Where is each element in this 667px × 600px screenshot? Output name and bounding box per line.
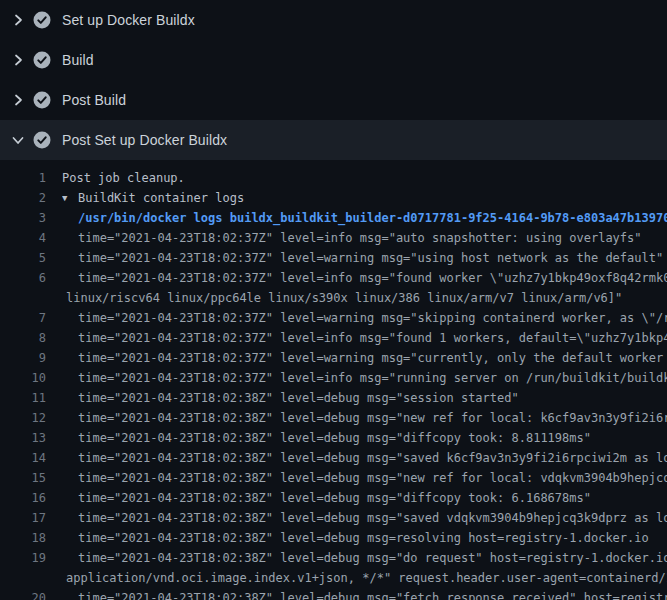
- log-line-text: Post job cleanup.: [62, 168, 667, 188]
- log-text: time="2021-04-23T18:02:38Z" level=debug …: [78, 391, 519, 405]
- log-line-number[interactable]: 19: [0, 548, 46, 568]
- chevron-right-icon: [10, 52, 26, 68]
- log-line: 16 time="2021-04-23T18:02:38Z" level=deb…: [0, 488, 667, 508]
- group-toggle-icon[interactable]: ▼: [62, 188, 71, 208]
- log-text: time="2021-04-23T18:02:38Z" level=debug …: [78, 411, 667, 425]
- log-line-text: time="2021-04-23T18:02:38Z" level=debug …: [62, 428, 667, 448]
- log-text: time="2021-04-23T18:02:38Z" level=debug …: [78, 471, 667, 485]
- log-text: time="2021-04-23T18:02:37Z" level=info m…: [78, 271, 667, 285]
- step-row[interactable]: Post Set up Docker Buildx: [0, 120, 667, 160]
- step-label: Post Set up Docker Buildx: [62, 132, 227, 148]
- log-line-text: linux/riscv64 linux/ppc64le linux/s390x …: [62, 288, 667, 308]
- check-circle-icon: [33, 51, 51, 69]
- log-line: 4 time="2021-04-23T18:02:37Z" level=info…: [0, 228, 667, 248]
- log-line-number[interactable]: 6: [0, 268, 46, 288]
- log-line: 14 time="2021-04-23T18:02:38Z" level=deb…: [0, 448, 667, 468]
- workflow-log-panel: Set up Docker Buildx: [0, 0, 667, 600]
- step-label: Set up Docker Buildx: [62, 12, 195, 28]
- log-line-number[interactable]: 8: [0, 328, 46, 348]
- log-line-text: time="2021-04-23T18:02:37Z" level=info m…: [62, 268, 667, 288]
- log-line-number[interactable]: 3: [0, 208, 46, 228]
- step-row[interactable]: Post Build: [0, 80, 667, 120]
- log-text: time="2021-04-23T18:02:38Z" level=debug …: [78, 591, 667, 600]
- log-text: time="2021-04-23T18:02:37Z" level=info m…: [78, 331, 667, 345]
- log-line-text: time="2021-04-23T18:02:37Z" level=info m…: [62, 368, 667, 388]
- log-line: linux/riscv64 linux/ppc64le linux/s390x …: [0, 288, 667, 308]
- log-line: 6 time="2021-04-23T18:02:37Z" level=info…: [0, 268, 667, 288]
- log-line-number[interactable]: 15: [0, 468, 46, 488]
- log-line-number[interactable]: 9: [0, 348, 46, 368]
- log-line-text: ▼BuildKit container logs: [62, 188, 667, 208]
- log-text: /usr/bin/docker logs buildx_buildkit_bui…: [78, 211, 667, 225]
- log-line-text: time="2021-04-23T18:02:38Z" level=debug …: [62, 488, 667, 508]
- log-line: 15 time="2021-04-23T18:02:38Z" level=deb…: [0, 468, 667, 488]
- log-text: time="2021-04-23T18:02:37Z" level=warnin…: [78, 351, 667, 365]
- log-text: time="2021-04-23T18:02:38Z" level=debug …: [78, 451, 667, 465]
- log-text: time="2021-04-23T18:02:38Z" level=debug …: [78, 511, 667, 525]
- log-line-text: time="2021-04-23T18:02:37Z" level=warnin…: [62, 308, 667, 328]
- log-text: time="2021-04-23T18:02:38Z" level=debug …: [78, 531, 649, 545]
- log-line-number[interactable]: 12: [0, 408, 46, 428]
- log-area: 1 Post job cleanup. 2 ▼BuildKit containe…: [0, 160, 667, 600]
- log-line-number[interactable]: 4: [0, 228, 46, 248]
- log-text: time="2021-04-23T18:02:38Z" level=debug …: [78, 551, 667, 565]
- log-line-number[interactable]: 7: [0, 308, 46, 328]
- log-line-text: /usr/bin/docker logs buildx_buildkit_bui…: [62, 208, 667, 228]
- log-line: 9 time="2021-04-23T18:02:37Z" level=warn…: [0, 348, 667, 368]
- log-line-text: time="2021-04-23T18:02:38Z" level=debug …: [62, 588, 667, 600]
- log-line-text: time="2021-04-23T18:02:37Z" level=info m…: [62, 328, 667, 348]
- log-line-number[interactable]: 14: [0, 448, 46, 468]
- log-line: 5 time="2021-04-23T18:02:37Z" level=warn…: [0, 248, 667, 268]
- log-line-text: application/vnd.oci.image.index.v1+json,…: [62, 568, 667, 588]
- log-text: application/vnd.oci.image.index.v1+json,…: [66, 571, 667, 585]
- log-line-number[interactable]: 18: [0, 528, 46, 548]
- log-line-text: time="2021-04-23T18:02:37Z" level=warnin…: [62, 348, 667, 368]
- log-line-number[interactable]: 16: [0, 488, 46, 508]
- check-circle-icon: [33, 91, 51, 109]
- log-line: 8 time="2021-04-23T18:02:37Z" level=info…: [0, 328, 667, 348]
- log-text: time="2021-04-23T18:02:37Z" level=warnin…: [78, 311, 667, 325]
- log-line: 10 time="2021-04-23T18:02:37Z" level=inf…: [0, 368, 667, 388]
- chevron-down-icon: [10, 132, 26, 148]
- log-line-number[interactable]: 20: [0, 588, 46, 600]
- steps-list: Set up Docker Buildx: [0, 0, 667, 160]
- log-text: time="2021-04-23T18:02:37Z" level=warnin…: [78, 251, 663, 265]
- check-circle-icon: [33, 11, 51, 29]
- log-line-text: time="2021-04-23T18:02:38Z" level=debug …: [62, 508, 667, 528]
- log-line-number[interactable]: 17: [0, 508, 46, 528]
- chevron-right-icon: [10, 12, 26, 28]
- log-line: 12 time="2021-04-23T18:02:38Z" level=deb…: [0, 408, 667, 428]
- step-label: Build: [62, 52, 94, 68]
- check-circle-icon: [33, 131, 51, 149]
- log-line-text: time="2021-04-23T18:02:38Z" level=debug …: [62, 448, 667, 468]
- log-line-text: time="2021-04-23T18:02:38Z" level=debug …: [62, 408, 667, 428]
- log-text: linux/riscv64 linux/ppc64le linux/s390x …: [66, 291, 622, 305]
- log-line: 11 time="2021-04-23T18:02:38Z" level=deb…: [0, 388, 667, 408]
- log-line-text: time="2021-04-23T18:02:37Z" level=info m…: [62, 228, 667, 248]
- log-line-number[interactable]: 10: [0, 368, 46, 388]
- log-line: 18 time="2021-04-23T18:02:38Z" level=deb…: [0, 528, 667, 548]
- log-line: 13 time="2021-04-23T18:02:38Z" level=deb…: [0, 428, 667, 448]
- step-row[interactable]: Set up Docker Buildx: [0, 0, 667, 40]
- log-line-text: time="2021-04-23T18:02:38Z" level=debug …: [62, 548, 667, 568]
- log-line-text: time="2021-04-23T18:02:38Z" level=debug …: [62, 468, 667, 488]
- log-line: 19 time="2021-04-23T18:02:38Z" level=deb…: [0, 548, 667, 568]
- step-row[interactable]: Build: [0, 40, 667, 80]
- log-line: 20 time="2021-04-23T18:02:38Z" level=deb…: [0, 588, 667, 600]
- log-text: time="2021-04-23T18:02:37Z" level=info m…: [78, 371, 667, 385]
- log-line-number[interactable]: 2: [0, 188, 46, 208]
- log-line-text: time="2021-04-23T18:02:38Z" level=debug …: [62, 528, 667, 548]
- log-line-number[interactable]: 13: [0, 428, 46, 448]
- log-line: 7 time="2021-04-23T18:02:37Z" level=warn…: [0, 308, 667, 328]
- log-line-number[interactable]: 1: [0, 168, 46, 188]
- log-line: 2 ▼BuildKit container logs: [0, 188, 667, 208]
- log-line-number[interactable]: 5: [0, 248, 46, 268]
- log-line-text: time="2021-04-23T18:02:37Z" level=warnin…: [62, 248, 667, 268]
- log-text: BuildKit container logs: [78, 191, 244, 205]
- step-label: Post Build: [62, 92, 126, 108]
- log-text: Post job cleanup.: [62, 171, 185, 185]
- log-line: 17 time="2021-04-23T18:02:38Z" level=deb…: [0, 508, 667, 528]
- log-text: time="2021-04-23T18:02:38Z" level=debug …: [78, 491, 591, 505]
- log-line-number[interactable]: 11: [0, 388, 46, 408]
- log-line-text: time="2021-04-23T18:02:38Z" level=debug …: [62, 388, 667, 408]
